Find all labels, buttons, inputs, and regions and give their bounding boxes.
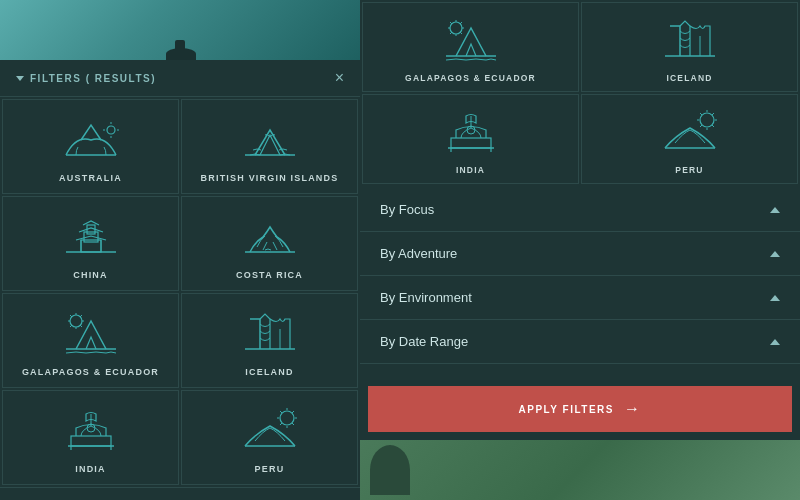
right-iceland-name: ICELAND <box>666 73 712 83</box>
costa-rica-icon <box>230 209 310 264</box>
right-india-icon <box>431 105 511 160</box>
svg-rect-52 <box>451 138 491 148</box>
apply-filters-label: APPLY FILTERS <box>519 404 614 415</box>
close-button[interactable]: × <box>335 70 344 86</box>
right-panel: GALAPAGOS & ECUADOR ICELAND <box>360 0 800 500</box>
australia-name: AUSTRALIA <box>59 173 122 183</box>
country-card-bvi[interactable]: BRITISH VIRGIN ISLANDS <box>181 99 358 194</box>
india-name: INDIA <box>75 464 106 474</box>
peru-name: PERU <box>255 464 285 474</box>
svg-point-30 <box>280 411 294 425</box>
right-filter-by-date-range[interactable]: By Date Range <box>360 320 800 364</box>
peru-icon <box>230 403 310 458</box>
filter-by-focus[interactable]: By Focus <box>0 488 360 500</box>
australia-icon <box>51 112 131 167</box>
svg-line-45 <box>450 22 452 24</box>
filter-label: FILTERS ( RESULTS) <box>30 73 156 84</box>
costa-rica-name: COSTA RICA <box>236 270 303 280</box>
right-india-name: INDIA <box>456 165 485 175</box>
bvi-name: BRITISH VIRGIN ISLANDS <box>201 173 339 183</box>
right-peru-name: PERU <box>675 165 703 175</box>
filter-sections: By Focus <box>0 487 360 500</box>
galapagos-name: GALAPAGOS & ECUADOR <box>22 367 159 377</box>
photo-people-figure <box>370 445 410 495</box>
right-by-adventure-label: By Adventure <box>380 246 457 261</box>
chevron-down-icon <box>16 76 24 81</box>
china-name: CHINA <box>73 270 108 280</box>
svg-line-20 <box>80 315 82 317</box>
svg-line-47 <box>450 32 452 34</box>
hero-image <box>0 0 360 60</box>
right-card-galapagos[interactable]: GALAPAGOS & ECUADOR <box>362 2 579 92</box>
right-by-focus-label: By Focus <box>380 202 434 217</box>
svg-point-1 <box>107 126 115 134</box>
svg-line-38 <box>280 423 282 425</box>
india-icon <box>51 403 131 458</box>
arrow-right-icon: → <box>624 400 642 418</box>
svg-line-62 <box>700 113 702 115</box>
iceland-name: ICELAND <box>245 367 293 377</box>
svg-line-36 <box>292 423 294 425</box>
svg-rect-26 <box>71 436 111 446</box>
right-card-peru[interactable]: PERU <box>581 94 798 184</box>
svg-line-37 <box>292 411 294 413</box>
right-filter-sections: By Focus By Adventure By Environment By … <box>360 188 800 378</box>
right-iceland-icon <box>650 13 730 68</box>
svg-line-35 <box>280 411 282 413</box>
right-peru-icon <box>650 105 730 160</box>
right-filter-by-focus[interactable]: By Focus <box>360 188 800 232</box>
svg-line-21 <box>70 325 72 327</box>
right-by-date-range-chevron <box>770 339 780 345</box>
right-country-grid: GALAPAGOS & ECUADOR ICELAND <box>360 0 800 184</box>
svg-line-63 <box>712 125 714 127</box>
svg-line-48 <box>460 32 462 34</box>
country-card-iceland[interactable]: ICELAND <box>181 293 358 388</box>
right-card-iceland[interactable]: ICELAND <box>581 2 798 92</box>
right-by-adventure-chevron <box>770 251 780 257</box>
filter-header: FILTERS ( RESULTS) × <box>0 60 360 97</box>
china-icon <box>51 209 131 264</box>
svg-line-19 <box>70 315 72 317</box>
right-by-date-range-label: By Date Range <box>380 334 468 349</box>
svg-line-22 <box>80 325 82 327</box>
right-filter-by-adventure[interactable]: By Adventure <box>360 232 800 276</box>
country-card-peru[interactable]: PERU <box>181 390 358 485</box>
svg-line-64 <box>712 113 714 115</box>
right-galapagos-name: GALAPAGOS & ECUADOR <box>405 73 536 83</box>
left-panel: FILTERS ( RESULTS) × <box>0 0 360 500</box>
svg-point-57 <box>700 113 714 127</box>
bvi-icon <box>230 112 310 167</box>
country-card-galapagos[interactable]: GALAPAGOS & ECUADOR <box>2 293 179 388</box>
right-by-focus-chevron <box>770 207 780 213</box>
country-card-australia[interactable]: AUSTRALIA <box>2 99 179 194</box>
grid-scroll-area[interactable]: AUSTRALIA BRITISH VIRGIN I <box>0 97 360 500</box>
filter-header-left: FILTERS ( RESULTS) <box>16 73 156 84</box>
galapagos-icon <box>51 306 131 361</box>
right-filter-by-environment[interactable]: By Environment <box>360 276 800 320</box>
svg-line-65 <box>700 125 702 127</box>
right-by-environment-chevron <box>770 295 780 301</box>
country-card-costa-rica[interactable]: COSTA RICA <box>181 196 358 291</box>
country-card-china[interactable]: CHINA <box>2 196 179 291</box>
bottom-photo-strip <box>360 440 800 500</box>
country-card-india[interactable]: INDIA <box>2 390 179 485</box>
country-grid: AUSTRALIA BRITISH VIRGIN I <box>0 97 360 487</box>
right-card-india[interactable]: INDIA <box>362 94 579 184</box>
right-galapagos-icon <box>431 13 511 68</box>
iceland-icon <box>230 306 310 361</box>
svg-line-46 <box>460 22 462 24</box>
right-by-environment-label: By Environment <box>380 290 472 305</box>
apply-filters-button[interactable]: APPLY FILTERS → <box>368 386 792 432</box>
